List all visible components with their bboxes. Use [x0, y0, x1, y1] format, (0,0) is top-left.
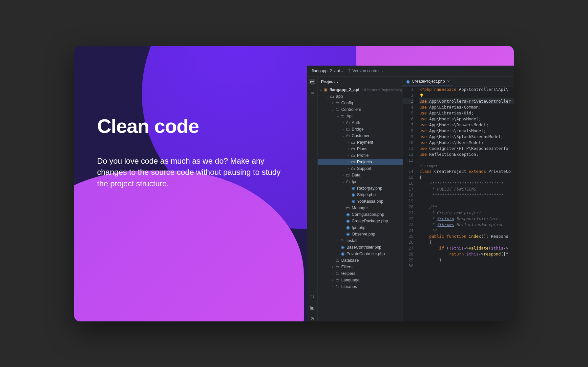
structure-tool-icon[interactable]: ▫▫ [309, 90, 315, 96]
code-line[interactable]: use App\Models\SplashScreensModel; [419, 134, 514, 140]
project-tool-icon[interactable]: ▭ [309, 79, 315, 85]
code-line[interactable]: use App\Models\DrawersModel; [419, 122, 514, 128]
line-number[interactable]: 18 [403, 192, 413, 198]
line-number[interactable]: 11 [403, 146, 413, 152]
tree-file[interactable]: ◉Razorpay.php [318, 185, 403, 192]
line-number[interactable]: 21 [403, 210, 413, 216]
tree-folder[interactable]: ›🗀Projects [318, 159, 403, 165]
code-line[interactable]: <?php namespace App\Controllers\Api\ [419, 87, 514, 92]
code-line[interactable]: /** [419, 204, 514, 210]
tree-folder[interactable]: ›🗀Auth [318, 119, 403, 126]
code-line[interactable]: ***************************** [419, 192, 514, 198]
tree-file[interactable]: ◉PrivateController.php [318, 251, 403, 257]
code-line[interactable]: */ [419, 228, 514, 234]
updown-tool-icon[interactable]: ↑↓ [309, 293, 315, 299]
code-line[interactable]: use App\Models\UsersModel; [419, 140, 514, 146]
tree-folder[interactable]: ⌄🗀Customer [318, 133, 403, 139]
line-number[interactable]: 17 [403, 186, 413, 192]
line-number[interactable]: 20 [403, 204, 413, 210]
tree-folder[interactable]: ⌄🗀Api [318, 113, 403, 119]
close-icon[interactable]: ✕ [447, 79, 450, 84]
code-line[interactable]: if (!$this->validate($this-> [419, 245, 514, 251]
line-number[interactable]: 10 [403, 140, 413, 146]
tree-folder[interactable]: ›🗀Support [318, 165, 403, 172]
project-tree[interactable]: ⌄▣flangapp_2_api~/PhpstormProjects/flang… [318, 87, 403, 321]
tree-folder[interactable]: ›🗀Database [318, 257, 403, 264]
tree-folder[interactable]: ⌄🗀app [318, 93, 403, 100]
code-line[interactable]: use ReflectionException; [419, 152, 514, 157]
line-number[interactable]: 12 [403, 152, 413, 157]
line-number[interactable]: 28 [403, 251, 413, 257]
code-line[interactable]: /***************************** [419, 180, 514, 186]
tree-folder[interactable]: ›🗀Language [318, 277, 403, 283]
tree-folder[interactable]: ›🗀Data [318, 172, 403, 178]
line-number[interactable]: 8 [403, 128, 413, 134]
tree-folder[interactable]: ›🗀Payment [318, 139, 403, 146]
line-number[interactable]: 4 [403, 104, 413, 110]
line-number[interactable]: 9 [403, 134, 413, 140]
code-line[interactable]: * Create new project [419, 210, 514, 216]
code-line[interactable]: class CreateProject extends PrivateCo [419, 169, 514, 174]
line-number[interactable]: 29 [403, 257, 413, 263]
tree-folder[interactable]: ›🗀Plans [318, 146, 403, 152]
code-line[interactable]: * @return ResponseInterface [419, 216, 514, 222]
code-line[interactable]: * @throws ReflectionException [419, 222, 514, 228]
tree-folder[interactable]: ›🗀Install [318, 237, 403, 244]
tree-folder[interactable]: ›🗀Libraries [318, 283, 403, 290]
version-control-dropdown[interactable]: ᛘ Version control ⌄ [348, 69, 384, 73]
more-tool-icon[interactable]: ⋯ [309, 101, 315, 107]
line-number[interactable]: 2 [403, 92, 413, 98]
code-line[interactable]: use App\Models\LocalsModel; [419, 128, 514, 134]
code-line[interactable]: use App\Libraries\Common; [419, 104, 514, 110]
tree-file[interactable]: ◉Ipn.php [318, 224, 403, 231]
line-number[interactable]: 13 [403, 157, 413, 163]
code-line[interactable]: } [419, 257, 514, 263]
code-line[interactable] [419, 263, 514, 269]
tree-folder[interactable]: ⌄🗀Controllers [318, 106, 403, 113]
tree-file[interactable]: ◉CreatePackage.php [318, 218, 403, 224]
code-line[interactable] [419, 157, 514, 163]
code-line[interactable]: use App\Models\AppsModel; [419, 116, 514, 122]
tree-folder[interactable]: ›🗀Config [318, 100, 403, 106]
code-line[interactable]: { [419, 174, 514, 180]
line-number[interactable]: 16 [403, 180, 413, 186]
code-line[interactable]: * PUBLIC FUNCTIONS [419, 186, 514, 192]
code-line[interactable]: { [419, 239, 514, 245]
tree-root[interactable]: ⌄▣flangapp_2_api~/PhpstormProjects/flang [318, 87, 403, 93]
tree-folder[interactable]: ›🗀Manager [318, 205, 403, 211]
tree-file[interactable]: ◉Configuration.php [318, 211, 403, 218]
line-number[interactable]: 22 [403, 216, 413, 222]
tree-file[interactable]: ◉Observe.php [318, 231, 403, 237]
code-line[interactable]: public function index(): Respons [419, 234, 514, 239]
code-line[interactable]: 💡 [419, 92, 514, 98]
tree-folder[interactable]: ⌄🗀Ipn [318, 178, 403, 185]
line-number[interactable]: 6 [403, 116, 413, 122]
line-number[interactable]: 23 [403, 222, 413, 228]
problems-tool-icon[interactable]: ⊘ [309, 316, 315, 321]
code-area[interactable]: 1234567891011121314151617181920212223242… [403, 87, 514, 321]
line-number[interactable]: 14 [403, 169, 413, 174]
line-number[interactable]: 15 [403, 174, 413, 180]
line-number[interactable]: 24 [403, 228, 413, 234]
line-number[interactable]: 3 [403, 98, 413, 104]
tree-file[interactable]: ◉YooKassa.php [318, 198, 403, 205]
line-number[interactable]: 25 [403, 234, 413, 239]
tree-file[interactable]: ◉BaseController.php [318, 244, 403, 251]
tree-folder[interactable]: ›🗀Profile [318, 152, 403, 159]
project-selector[interactable]: flangapp_2_api ⌄ [312, 69, 344, 73]
code-line[interactable] [419, 198, 514, 204]
line-number[interactable]: 27 [403, 245, 413, 251]
code-line[interactable]: use CodeIgniter\HTTP\ResponseInterfa [419, 146, 514, 152]
tree-folder[interactable]: ›🗀Filters [318, 264, 403, 270]
line-number[interactable]: 1 [403, 87, 413, 92]
tree-folder[interactable]: ›🗀Bridge [318, 126, 403, 133]
line-number[interactable]: 5 [403, 110, 413, 116]
code-line[interactable]: return $this->respond([" [419, 251, 514, 257]
line-number[interactable]: 26 [403, 239, 413, 245]
terminal-tool-icon[interactable]: ▣ [309, 304, 315, 310]
line-number[interactable]: 7 [403, 122, 413, 128]
tree-folder[interactable]: ›🗀Helpers [318, 270, 403, 277]
tab-createproject[interactable]: ◉ CreateProject.php ✕ [403, 77, 453, 86]
line-number[interactable]: 19 [403, 198, 413, 204]
tree-file[interactable]: ◉Stripe.php [318, 192, 403, 198]
